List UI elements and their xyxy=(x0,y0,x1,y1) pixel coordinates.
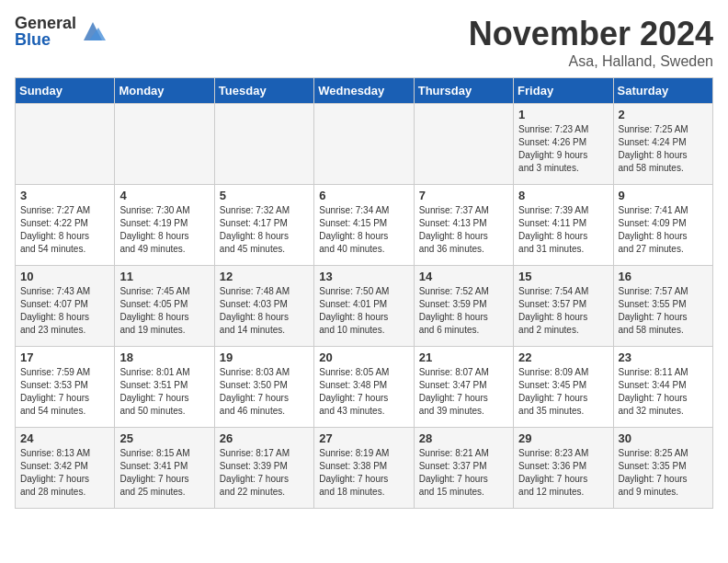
day-info: Sunrise: 7:34 AM Sunset: 4:15 PM Dayligh… xyxy=(319,204,408,256)
week-row-4: 17Sunrise: 7:59 AM Sunset: 3:53 PM Dayli… xyxy=(16,347,713,428)
day-info: Sunrise: 8:09 AM Sunset: 3:45 PM Dayligh… xyxy=(518,366,608,418)
day-cell: 3Sunrise: 7:27 AM Sunset: 4:22 PM Daylig… xyxy=(16,185,115,266)
day-cell xyxy=(414,104,513,185)
day-cell: 21Sunrise: 8:07 AM Sunset: 3:47 PM Dayli… xyxy=(414,347,513,428)
day-cell: 26Sunrise: 8:17 AM Sunset: 3:39 PM Dayli… xyxy=(214,428,313,509)
logo-blue-text: Blue xyxy=(15,31,76,48)
day-info: Sunrise: 8:23 AM Sunset: 3:36 PM Dayligh… xyxy=(518,447,608,499)
location: Asa, Halland, Sweden xyxy=(469,53,713,70)
day-number: 21 xyxy=(419,350,508,364)
day-cell xyxy=(115,104,214,185)
day-number: 24 xyxy=(20,431,109,445)
day-number: 28 xyxy=(419,431,508,445)
day-cell: 20Sunrise: 8:05 AM Sunset: 3:48 PM Dayli… xyxy=(314,347,414,428)
day-number: 13 xyxy=(319,270,408,283)
day-cell: 17Sunrise: 7:59 AM Sunset: 3:53 PM Dayli… xyxy=(16,347,115,428)
day-cell: 30Sunrise: 8:25 AM Sunset: 3:35 PM Dayli… xyxy=(613,428,712,509)
day-cell: 14Sunrise: 7:52 AM Sunset: 3:59 PM Dayli… xyxy=(414,266,513,347)
logo-general-text: General xyxy=(15,15,76,31)
day-info: Sunrise: 8:05 AM Sunset: 3:48 PM Dayligh… xyxy=(319,366,408,418)
day-info: Sunrise: 8:03 AM Sunset: 3:50 PM Dayligh… xyxy=(220,366,309,418)
day-info: Sunrise: 7:48 AM Sunset: 4:03 PM Dayligh… xyxy=(220,285,309,337)
day-info: Sunrise: 8:11 AM Sunset: 3:44 PM Dayligh… xyxy=(619,366,708,418)
col-header-saturday: Saturday xyxy=(613,78,712,104)
day-cell: 28Sunrise: 8:21 AM Sunset: 3:37 PM Dayli… xyxy=(414,428,513,509)
day-number: 9 xyxy=(619,189,708,202)
day-cell: 1Sunrise: 7:23 AM Sunset: 4:26 PM Daylig… xyxy=(514,104,613,185)
day-cell xyxy=(214,104,313,185)
day-number: 11 xyxy=(119,270,209,283)
day-cell: 5Sunrise: 7:32 AM Sunset: 4:17 PM Daylig… xyxy=(214,185,313,266)
day-cell: 22Sunrise: 8:09 AM Sunset: 3:45 PM Dayli… xyxy=(514,347,613,428)
logo-icon xyxy=(80,18,106,44)
day-info: Sunrise: 8:21 AM Sunset: 3:37 PM Dayligh… xyxy=(419,447,508,499)
day-info: Sunrise: 7:41 AM Sunset: 4:09 PM Dayligh… xyxy=(619,204,708,256)
week-row-2: 3Sunrise: 7:27 AM Sunset: 4:22 PM Daylig… xyxy=(16,185,713,266)
day-cell: 19Sunrise: 8:03 AM Sunset: 3:50 PM Dayli… xyxy=(214,347,313,428)
day-cell: 2Sunrise: 7:25 AM Sunset: 4:24 PM Daylig… xyxy=(613,104,712,185)
day-info: Sunrise: 7:30 AM Sunset: 4:19 PM Dayligh… xyxy=(119,204,209,256)
day-number: 18 xyxy=(119,350,209,364)
day-number: 19 xyxy=(220,350,309,364)
day-number: 1 xyxy=(518,108,608,121)
day-number: 26 xyxy=(220,431,309,445)
day-number: 23 xyxy=(619,350,708,364)
day-number: 16 xyxy=(619,270,708,283)
day-info: Sunrise: 7:54 AM Sunset: 3:57 PM Dayligh… xyxy=(518,285,608,337)
col-header-monday: Monday xyxy=(115,78,214,104)
day-info: Sunrise: 7:27 AM Sunset: 4:22 PM Dayligh… xyxy=(20,204,109,256)
day-number: 15 xyxy=(518,270,608,283)
day-cell: 16Sunrise: 7:57 AM Sunset: 3:55 PM Dayli… xyxy=(613,266,712,347)
day-info: Sunrise: 7:57 AM Sunset: 3:55 PM Dayligh… xyxy=(619,285,708,337)
day-number: 10 xyxy=(20,270,109,283)
col-header-friday: Friday xyxy=(514,78,613,104)
day-info: Sunrise: 8:07 AM Sunset: 3:47 PM Dayligh… xyxy=(419,366,508,418)
calendar-table: SundayMondayTuesdayWednesdayThursdayFrid… xyxy=(15,77,713,509)
day-info: Sunrise: 7:43 AM Sunset: 4:07 PM Dayligh… xyxy=(20,285,109,337)
day-info: Sunrise: 7:23 AM Sunset: 4:26 PM Dayligh… xyxy=(518,123,608,175)
day-number: 3 xyxy=(20,189,109,202)
col-header-tuesday: Tuesday xyxy=(214,78,313,104)
week-row-3: 10Sunrise: 7:43 AM Sunset: 4:07 PM Dayli… xyxy=(16,266,713,347)
col-header-sunday: Sunday xyxy=(16,78,115,104)
day-cell xyxy=(16,104,115,185)
page-header: General Blue November 2024 Asa, Halland,… xyxy=(15,15,713,70)
day-info: Sunrise: 8:17 AM Sunset: 3:39 PM Dayligh… xyxy=(220,447,309,499)
day-number: 12 xyxy=(220,270,309,283)
title-block: November 2024 Asa, Halland, Sweden xyxy=(469,15,713,70)
day-cell: 25Sunrise: 8:15 AM Sunset: 3:41 PM Dayli… xyxy=(115,428,214,509)
day-cell: 7Sunrise: 7:37 AM Sunset: 4:13 PM Daylig… xyxy=(414,185,513,266)
day-number: 7 xyxy=(419,189,508,202)
day-number: 8 xyxy=(518,189,608,202)
day-number: 5 xyxy=(220,189,309,202)
day-number: 27 xyxy=(319,431,408,445)
day-cell: 11Sunrise: 7:45 AM Sunset: 4:05 PM Dayli… xyxy=(115,266,214,347)
day-info: Sunrise: 8:01 AM Sunset: 3:51 PM Dayligh… xyxy=(119,366,209,418)
day-info: Sunrise: 8:13 AM Sunset: 3:42 PM Dayligh… xyxy=(20,447,109,499)
header-row: SundayMondayTuesdayWednesdayThursdayFrid… xyxy=(16,78,713,104)
day-number: 20 xyxy=(319,350,408,364)
day-info: Sunrise: 8:15 AM Sunset: 3:41 PM Dayligh… xyxy=(119,447,209,499)
day-cell: 12Sunrise: 7:48 AM Sunset: 4:03 PM Dayli… xyxy=(214,266,313,347)
day-cell: 23Sunrise: 8:11 AM Sunset: 3:44 PM Dayli… xyxy=(613,347,712,428)
day-number: 17 xyxy=(20,350,109,364)
day-number: 14 xyxy=(419,270,508,283)
day-cell: 4Sunrise: 7:30 AM Sunset: 4:19 PM Daylig… xyxy=(115,185,214,266)
day-number: 30 xyxy=(619,431,708,445)
day-cell: 15Sunrise: 7:54 AM Sunset: 3:57 PM Dayli… xyxy=(514,266,613,347)
day-cell: 9Sunrise: 7:41 AM Sunset: 4:09 PM Daylig… xyxy=(613,185,712,266)
week-row-1: 1Sunrise: 7:23 AM Sunset: 4:26 PM Daylig… xyxy=(16,104,713,185)
day-info: Sunrise: 7:50 AM Sunset: 4:01 PM Dayligh… xyxy=(319,285,408,337)
logo: General Blue xyxy=(15,15,106,48)
day-number: 25 xyxy=(119,431,209,445)
day-cell: 13Sunrise: 7:50 AM Sunset: 4:01 PM Dayli… xyxy=(314,266,414,347)
day-number: 2 xyxy=(619,108,708,121)
month-title: November 2024 xyxy=(469,15,713,53)
day-cell: 24Sunrise: 8:13 AM Sunset: 3:42 PM Dayli… xyxy=(16,428,115,509)
day-cell: 8Sunrise: 7:39 AM Sunset: 4:11 PM Daylig… xyxy=(514,185,613,266)
day-info: Sunrise: 7:59 AM Sunset: 3:53 PM Dayligh… xyxy=(20,366,109,418)
day-info: Sunrise: 7:25 AM Sunset: 4:24 PM Dayligh… xyxy=(619,123,708,175)
day-cell: 10Sunrise: 7:43 AM Sunset: 4:07 PM Dayli… xyxy=(16,266,115,347)
day-cell: 18Sunrise: 8:01 AM Sunset: 3:51 PM Dayli… xyxy=(115,347,214,428)
day-info: Sunrise: 7:39 AM Sunset: 4:11 PM Dayligh… xyxy=(518,204,608,256)
